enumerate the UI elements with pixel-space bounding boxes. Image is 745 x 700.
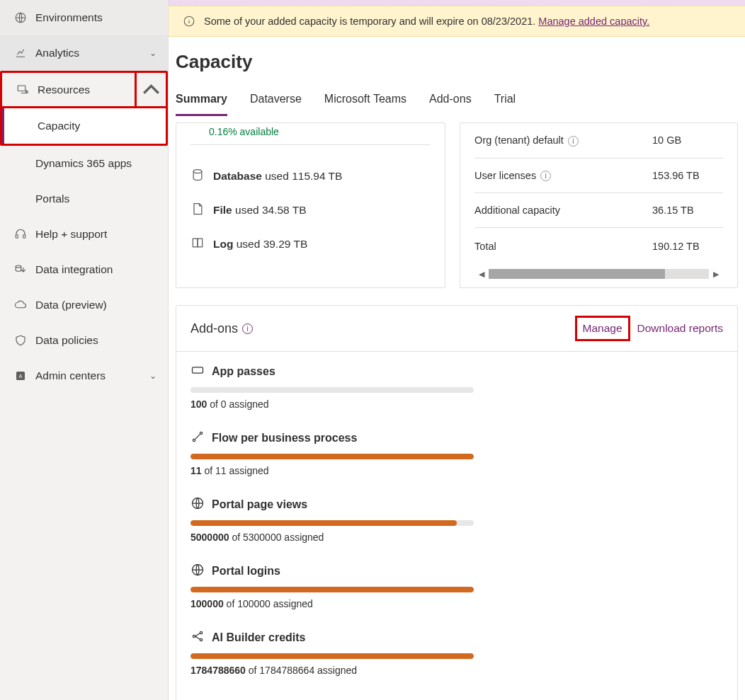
svg-rect-11 [198, 239, 203, 247]
progress-bar [190, 653, 474, 659]
tab-summary[interactable]: Summary [176, 93, 227, 116]
source-label: User licensesi [474, 158, 652, 193]
horizontal-scrollbar[interactable]: ◀ ▶ [474, 268, 723, 280]
sidebar-label: Resources [38, 84, 90, 96]
tab-teams[interactable]: Microsoft Teams [324, 93, 406, 116]
svg-text:A: A [18, 373, 22, 379]
tab-trial[interactable]: Trial [494, 93, 516, 116]
notification-banner: Some of your added capacity is temporary… [169, 6, 745, 37]
addon-item: Portal logins100000 of 100000 assigned [190, 563, 723, 609]
available-text: 0.16% available [209, 126, 431, 137]
source-label: Org (tenant) defaulti [474, 123, 652, 158]
addon-title: App passes [212, 365, 275, 378]
sidebar-item-d365[interactable]: Dynamics 365 apps [0, 146, 168, 181]
svg-rect-12 [193, 367, 203, 373]
sidebar-item-resources[interactable]: Resources [2, 73, 166, 108]
addon-used: 1784788660 [190, 665, 246, 676]
sidebar-label: Portals [35, 193, 69, 205]
progress-bar [190, 387, 474, 393]
tab-addons[interactable]: Add-ons [429, 93, 472, 116]
table-row: Additional capacity36.15 TB [474, 193, 723, 228]
chevron-down-icon: ⌄ [149, 371, 157, 381]
addons-title-text: Add-ons [190, 321, 238, 336]
headset-icon [14, 228, 27, 241]
divider [190, 144, 431, 145]
download-reports-link[interactable]: Download reports [637, 322, 723, 335]
progress-bar [190, 587, 474, 592]
usage-label: Database [213, 170, 262, 182]
addon-item: Flow per business process11 of 11 assign… [190, 430, 723, 476]
sidebar-item-datapolicies[interactable]: Data policies [0, 323, 168, 358]
addon-icon [190, 430, 205, 447]
addon-icon [190, 496, 205, 513]
svg-point-9 [193, 170, 202, 173]
banner-link[interactable]: Manage added capacity. [538, 16, 649, 27]
scroll-right-icon[interactable]: ▶ [709, 268, 723, 280]
sidebar-label: Admin centers [35, 369, 106, 382]
sources-table: Org (tenant) defaulti10 GBUser licensesi… [474, 123, 723, 263]
database-icon [190, 168, 205, 185]
addon-used: 5000000 [190, 532, 229, 543]
svg-rect-4 [23, 235, 25, 239]
usage-row-database: Database used 115.94 TB [190, 159, 431, 193]
sidebar-item-capacity[interactable]: Capacity [2, 108, 166, 144]
info-icon[interactable]: i [242, 323, 253, 334]
log-icon [190, 236, 205, 253]
sidebar-item-admincenters[interactable]: A Admin centers ⌄ [0, 358, 168, 394]
sidebar-item-dataintegration[interactable]: Data integration [0, 252, 168, 287]
addon-used: 100000 [190, 598, 224, 609]
info-icon[interactable]: i [540, 171, 551, 181]
page-title: Capacity [176, 51, 738, 73]
svg-point-18 [200, 632, 202, 634]
chevron-down-icon: ⌄ [149, 48, 157, 58]
sidebar-label: Help + support [35, 228, 107, 241]
addon-icon [190, 363, 205, 380]
addon-title: Portal page views [212, 498, 307, 511]
table-row: User licensesi153.96 TB [474, 158, 723, 193]
chart-line-icon [14, 47, 27, 59]
addon-title: Flow per business process [212, 432, 357, 444]
addon-total: of 100000 assigned [224, 598, 313, 609]
shield-icon [14, 334, 27, 347]
addon-item: Portal page views5000000 of 5300000 assi… [190, 496, 723, 543]
sidebar-label: Capacity [38, 120, 80, 132]
info-icon[interactable]: i [568, 136, 579, 147]
sidebar-item-environments[interactable]: Environments [0, 0, 168, 35]
sidebar-label: Environments [35, 11, 103, 24]
addon-title: AI Builder credits [212, 631, 305, 644]
info-icon [183, 15, 195, 28]
addon-total: of 11 assigned [202, 465, 269, 476]
svg-point-5 [16, 265, 21, 268]
resources-icon [16, 84, 29, 96]
data-integration-icon [14, 263, 27, 276]
sidebar-item-help[interactable]: Help + support [0, 217, 168, 252]
svg-point-14 [200, 432, 202, 435]
sidebar-item-analytics[interactable]: Analytics ⌄ [0, 35, 168, 71]
sidebar-label: Data (preview) [35, 299, 107, 311]
admin-icon: A [14, 369, 27, 382]
source-value: 153.96 TB [652, 158, 723, 193]
chevron-up-icon[interactable] [135, 73, 166, 106]
manage-button[interactable]: Manage [575, 316, 630, 341]
usage-card: 0.16% available Database used 115.94 TB … [176, 122, 445, 288]
usage-label: Log [213, 238, 233, 250]
scroll-left-icon[interactable]: ◀ [474, 268, 489, 280]
source-label: Additional capacity [474, 193, 652, 228]
sidebar-item-portals[interactable]: Portals [0, 181, 168, 217]
source-value: 36.15 TB [652, 193, 723, 228]
scroll-thumb[interactable] [489, 269, 665, 279]
addon-title: Portal logins [212, 565, 280, 578]
sidebar-label: Analytics [35, 47, 79, 59]
addon-total: of 1784788664 assigned [246, 665, 357, 676]
addons-title: Add-ons i [190, 321, 253, 336]
svg-rect-1 [18, 86, 25, 91]
sidebar-label: Dynamics 365 apps [35, 157, 132, 170]
addon-icon [190, 563, 205, 580]
svg-point-13 [193, 440, 195, 442]
svg-point-19 [200, 639, 202, 641]
banner-text: Some of your added capacity is temporary… [204, 16, 535, 27]
tab-dataverse[interactable]: Dataverse [250, 93, 302, 116]
sidebar-item-datapreview[interactable]: Data (preview) [0, 287, 168, 323]
svg-point-17 [193, 636, 195, 638]
addon-item: App passes100 of 0 assigned [190, 363, 723, 410]
